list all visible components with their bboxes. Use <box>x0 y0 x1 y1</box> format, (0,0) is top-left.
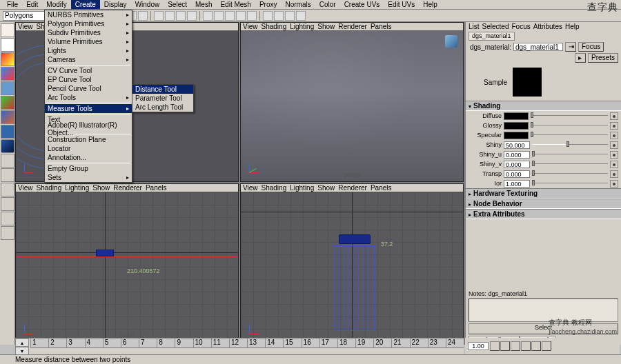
menu-polygon-primitives[interactable]: Polygon Primitives▸ <box>45 19 132 28</box>
shiny-v-field[interactable]: 0.000 <box>504 161 530 168</box>
menu-color[interactable]: Color <box>315 0 340 9</box>
vp-menu-panels[interactable]: Panels <box>146 184 167 192</box>
vp-menu-view[interactable]: View <box>18 23 33 30</box>
material-sample-swatch[interactable] <box>513 68 542 97</box>
menu-select[interactable]: Select <box>164 0 191 9</box>
presets-button[interactable]: Presets <box>588 53 618 63</box>
menu-volume-primitives[interactable]: Volume Primitives▸ <box>45 37 132 46</box>
vp-menu-shading[interactable]: Shading <box>262 184 287 192</box>
toolbar-icon[interactable] <box>187 11 197 21</box>
menu-nurbs-primitives[interactable]: NURBS Primitives▸ <box>45 10 132 19</box>
mode-dropdown[interactable]: Polygons▾ <box>3 11 50 21</box>
section-shading[interactable]: Shading <box>466 101 621 111</box>
section-hw-texturing[interactable]: Hardware Texturing <box>466 188 621 199</box>
timeline-track[interactable]: 123456789101112131415161718192021222324 <box>30 338 464 355</box>
ior-field[interactable]: 1.000 <box>504 180 530 188</box>
range-start-up[interactable]: ▴ <box>15 338 29 347</box>
map-button[interactable] <box>610 112 618 120</box>
play-forward-button[interactable] <box>521 341 531 351</box>
ae-menu-help[interactable]: Help <box>565 23 580 30</box>
glossy-swatch[interactable] <box>504 122 529 130</box>
map-button[interactable] <box>610 151 618 159</box>
shiny-v-slider[interactable] <box>532 160 608 168</box>
menu-measure-tools[interactable]: Measure Tools▸ <box>45 104 132 113</box>
toolbar-icon[interactable] <box>165 11 175 21</box>
vp-menu-view[interactable]: View <box>18 184 33 192</box>
menu-file[interactable]: File <box>3 0 22 9</box>
menu-pencil-curve[interactable]: Pencil Curve Tool <box>45 84 132 93</box>
menu-illustrator[interactable]: Adobe(R) Illustrator(R) Object... <box>45 124 132 133</box>
vp-menu-renderer[interactable]: Renderer <box>338 184 367 192</box>
ae-menu-list[interactable]: List <box>469 23 480 30</box>
menu-arc-tools[interactable]: Arc Tools▸ <box>45 93 132 102</box>
map-button[interactable] <box>610 161 618 168</box>
ae-menu-focus[interactable]: Focus <box>511 23 530 30</box>
layout-graph[interactable] <box>1 226 14 240</box>
vp-menu-lighting[interactable]: Lighting <box>290 184 314 192</box>
layout-persp[interactable] <box>1 197 14 211</box>
section-extra-attrs[interactable]: Extra Attributes <box>466 209 621 219</box>
render-icon[interactable] <box>274 11 284 21</box>
menu-locator[interactable]: Locator <box>45 144 132 153</box>
map-button[interactable] <box>610 122 618 130</box>
menu-edit-uvs[interactable]: Edit UVs <box>384 0 419 9</box>
vp-menu-shading[interactable]: Shading <box>262 23 287 30</box>
select-tool[interactable] <box>1 23 14 37</box>
toolbar-icon[interactable] <box>176 11 186 21</box>
viewport-persp[interactable]: View Shading Lighting Show Renderer Pane… <box>240 22 464 182</box>
menu-display[interactable]: Display <box>100 0 131 9</box>
snap-icon[interactable] <box>214 11 224 21</box>
menu-create-uvs[interactable]: Create UVs <box>340 0 384 9</box>
vp-menu-show[interactable]: Show <box>317 184 335 192</box>
diffuse-swatch[interactable] <box>504 112 529 120</box>
vp-menu-view[interactable]: View <box>243 23 258 30</box>
viewport-canvas[interactable]: 210.400572 front <box>16 192 238 343</box>
view-cube-icon[interactable] <box>445 35 457 48</box>
menu-sets[interactable]: Sets▸ <box>45 173 132 182</box>
vp-menu-panels[interactable]: Panels <box>371 23 392 30</box>
vp-menu-renderer[interactable]: Renderer <box>113 184 142 192</box>
snap-icon[interactable] <box>247 11 257 21</box>
ae-menu-attributes[interactable]: Attributes <box>533 23 562 30</box>
layout-outliner[interactable] <box>1 212 14 225</box>
presets-icon-button[interactable]: ▸ <box>575 53 586 63</box>
layout-four[interactable] <box>1 168 14 182</box>
section-node-behavior[interactable]: Node Behavior <box>466 199 621 209</box>
menu-distance-tool[interactable]: Distance Tool <box>132 85 193 94</box>
vp-menu-shading[interactable]: Shading <box>37 184 62 192</box>
render-icon[interactable] <box>263 11 273 21</box>
viewport-canvas[interactable]: persp <box>241 31 463 181</box>
menu-normals[interactable]: Normals <box>281 0 315 9</box>
diffuse-slider[interactable] <box>531 112 608 120</box>
toolbar-icon[interactable] <box>138 11 148 21</box>
snap-icon[interactable] <box>225 11 235 21</box>
menu-cv-curve[interactable]: CV Curve Tool <box>45 66 132 75</box>
map-button[interactable] <box>610 141 618 149</box>
menu-cameras[interactable]: Cameras▸ <box>45 55 132 64</box>
focus-button[interactable]: Focus <box>578 42 604 52</box>
goto-start-button[interactable] <box>490 341 500 351</box>
model-wireframe[interactable] <box>334 234 375 331</box>
menu-window[interactable]: Window <box>131 0 164 9</box>
shiny-u-field[interactable]: 0.000 <box>504 151 530 159</box>
goto-end-button[interactable] <box>542 341 551 351</box>
scale-tool[interactable] <box>1 81 14 95</box>
menu-lights[interactable]: Lights▸ <box>45 46 132 55</box>
shiny-field[interactable]: 50.000 <box>504 141 530 149</box>
layout-custom[interactable] <box>1 183 14 196</box>
menu-construction-plane[interactable]: Construction Plane <box>45 135 132 144</box>
play-back-button[interactable] <box>511 341 520 351</box>
ae-tab-material[interactable]: dgs_material1 <box>469 32 515 41</box>
menu-subdiv-primitives[interactable]: Subdiv Primitives▸ <box>45 28 132 37</box>
goto-button[interactable]: ⇥ <box>565 42 576 52</box>
menu-ep-curve[interactable]: EP Curve Tool <box>45 75 132 84</box>
specular-slider[interactable] <box>531 131 608 139</box>
last-tool[interactable] <box>1 139 14 153</box>
menu-parameter-tool[interactable]: Parameter Tool <box>132 94 193 103</box>
render-icon[interactable] <box>285 11 295 21</box>
viewport-front[interactable]: View Shading Lighting Show Renderer Pane… <box>15 183 239 343</box>
transp-field[interactable]: 0.000 <box>504 170 530 178</box>
menu-help[interactable]: Help <box>419 0 442 9</box>
snap-icon[interactable] <box>203 11 213 21</box>
menu-create[interactable]: Create <box>71 0 100 9</box>
